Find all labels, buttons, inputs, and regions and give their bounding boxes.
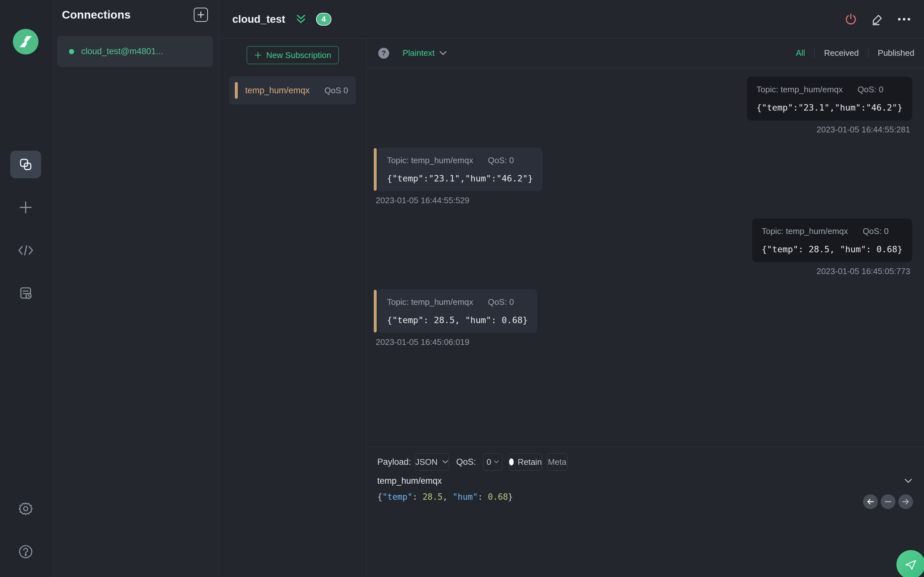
message-meta: Topic: temp_hum/emqx QoS: 0 — [387, 155, 533, 165]
sidebar-item-script[interactable] — [10, 237, 41, 264]
plus-icon — [197, 11, 205, 19]
message-card: Topic: temp_hum/emqx QoS: 0 {"temp": 28.… — [377, 289, 537, 333]
collapse-panel-button[interactable] — [295, 13, 307, 25]
payload-format-value: JSON — [415, 457, 437, 467]
message-timestamp: 2023-01-05 16:44:55:529 — [374, 195, 543, 205]
meta-label: Meta — [548, 457, 567, 467]
meta-button[interactable]: Meta — [547, 453, 567, 471]
add-connection-button[interactable] — [194, 8, 208, 22]
payload-format-label: Payload: — [377, 457, 411, 467]
tab-published[interactable]: Published — [878, 48, 914, 58]
message-bubble[interactable]: Topic: temp_hum/emqx QoS: 0 {"temp": 28.… — [374, 289, 537, 347]
message-payload: {"temp": 28.5, "hum": 0.68} — [387, 315, 528, 325]
payload-editor-line[interactable]: {"temp": 28.5, "hum": 0.68} — [377, 492, 913, 502]
connection-title: cloud_test — [232, 13, 285, 25]
header-actions — [845, 13, 911, 26]
publish-topic-input[interactable]: temp_hum/emqx — [377, 476, 442, 486]
message-timestamp: 2023-01-05 16:44:55:281 — [747, 125, 912, 135]
subscription-item[interactable]: temp_hum/emqx QoS 0 — [229, 76, 356, 105]
message-format-select[interactable]: Plaintext — [403, 48, 447, 58]
arrow-left-icon — [867, 498, 874, 505]
message-meta: Topic: temp_hum/emqx QoS: 0 — [756, 85, 903, 95]
message-meta: Topic: temp_hum/emqx QoS: 0 — [387, 297, 528, 307]
payload-format-select[interactable]: JSON — [415, 453, 449, 471]
pencil-icon — [871, 13, 884, 25]
sidebar-item-settings[interactable] — [10, 495, 41, 522]
edit-connection-button[interactable] — [871, 13, 884, 25]
history-next-button[interactable] — [898, 494, 913, 509]
message-bubble[interactable]: Topic: temp_hum/emqx QoS: 0 {"temp":"23.… — [747, 77, 912, 135]
connection-name: cloud_test@m4801... — [81, 47, 163, 56]
send-message-button[interactable] — [897, 550, 924, 577]
publish-panel: Payload: JSON QoS: 0 — [367, 446, 924, 577]
message-qos: QoS: 0 — [858, 85, 884, 95]
message-meta: Topic: temp_hum/emqx QoS: 0 — [762, 226, 903, 236]
arrow-right-icon — [902, 498, 909, 505]
sidebar-item-help[interactable] — [10, 538, 41, 566]
connections-panel: Connections cloud_test@m4801... — [51, 0, 219, 577]
history-clear-button[interactable] — [881, 494, 895, 509]
sidebar-item-connections[interactable] — [10, 151, 41, 178]
message-qos: QoS: 0 — [863, 226, 889, 236]
sidebar-item-log[interactable] — [10, 279, 41, 307]
ellipsis-icon — [898, 18, 911, 21]
message-card: Topic: temp_hum/emqx QoS: 0 {"temp": 28.… — [752, 218, 912, 262]
message-bubble[interactable]: Topic: temp_hum/emqx QoS: 0 {"temp": 28.… — [752, 218, 912, 276]
messages-panel: ? Plaintext All Received Published — [367, 39, 924, 577]
tab-received[interactable]: Received — [824, 48, 859, 58]
mqttx-logo-icon — [18, 34, 33, 49]
history-prev-button[interactable] — [863, 494, 878, 509]
subscription-count-badge: 4 — [316, 13, 331, 26]
connection-item[interactable]: cloud_test@m4801... — [57, 36, 213, 67]
retain-indicator-dot — [509, 458, 514, 466]
main-panel: cloud_test 4 — [219, 0, 924, 577]
payload-help-icon[interactable]: ? — [378, 48, 389, 59]
message-format-value: Plaintext — [403, 48, 435, 58]
tab-separator — [868, 48, 869, 58]
more-options-button[interactable] — [898, 18, 911, 21]
chevron-down-icon — [494, 460, 499, 464]
message-card: Topic: temp_hum/emqx QoS: 0 {"temp":"23.… — [377, 147, 543, 191]
power-icon — [845, 13, 857, 26]
help-icon — [18, 544, 33, 559]
message-topic: Topic: temp_hum/emqx — [762, 226, 848, 236]
collapse-editor-chevron-icon[interactable] — [904, 478, 913, 484]
minus-icon — [885, 501, 892, 503]
message-list: Topic: temp_hum/emqx QoS: 0 {"temp":"23.… — [367, 68, 924, 446]
sidebar-item-new-connection[interactable] — [10, 193, 41, 221]
editor-history-nav — [863, 494, 913, 509]
message-color-bar — [374, 148, 376, 191]
qos-select[interactable]: 0 — [483, 453, 502, 471]
message-topic: Topic: temp_hum/emqx — [756, 85, 843, 95]
subscriptions-panel: New Subscription temp_hum/emqx QoS 0 — [219, 39, 367, 577]
message-topic: Topic: temp_hum/emqx — [387, 155, 473, 165]
mqttx-logo — [13, 29, 39, 55]
app-sidebar — [0, 0, 51, 577]
message-topic: Topic: temp_hum/emqx — [387, 297, 473, 307]
qos-label: QoS: — [456, 457, 476, 467]
messages-toolbar: ? Plaintext All Received Published — [367, 39, 924, 68]
disconnect-button[interactable] — [845, 13, 857, 26]
message-payload: {"temp":"23.1","hum":"46.2"} — [387, 173, 533, 183]
plus-icon — [18, 200, 33, 215]
main-header: cloud_test 4 — [219, 0, 924, 39]
qos-value: 0 — [486, 457, 491, 467]
connections-icon — [18, 157, 33, 172]
new-subscription-label: New Subscription — [266, 50, 331, 60]
chevron-down-icon — [442, 460, 449, 464]
tab-all[interactable]: All — [796, 48, 805, 58]
message-card: Topic: temp_hum/emqx QoS: 0 {"temp":"23.… — [747, 77, 912, 121]
retain-toggle[interactable]: Retain — [509, 453, 542, 471]
new-subscription-button[interactable]: New Subscription — [247, 46, 339, 64]
message-timestamp: 2023-01-05 16:45:05:773 — [752, 266, 912, 276]
subscription-color-bar — [235, 82, 238, 99]
gear-icon — [18, 501, 33, 516]
publish-controls: Payload: JSON QoS: 0 — [377, 453, 913, 471]
message-qos: QoS: 0 — [488, 297, 514, 307]
message-bubble[interactable]: Topic: temp_hum/emqx QoS: 0 {"temp":"23.… — [374, 147, 543, 205]
code-icon — [18, 244, 34, 257]
message-qos: QoS: 0 — [488, 155, 514, 165]
log-icon — [19, 286, 33, 300]
connections-header: Connections — [51, 8, 218, 22]
connection-status-dot — [69, 49, 74, 54]
